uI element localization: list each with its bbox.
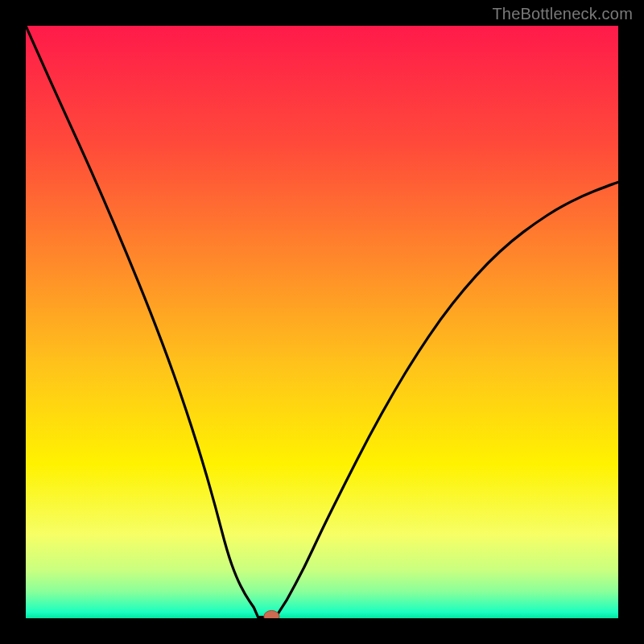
outer-frame: TheBottleneck.com xyxy=(0,0,644,644)
plot-area xyxy=(26,26,618,618)
bottleneck-chart xyxy=(26,26,618,618)
watermark-text: TheBottleneck.com xyxy=(492,5,633,23)
